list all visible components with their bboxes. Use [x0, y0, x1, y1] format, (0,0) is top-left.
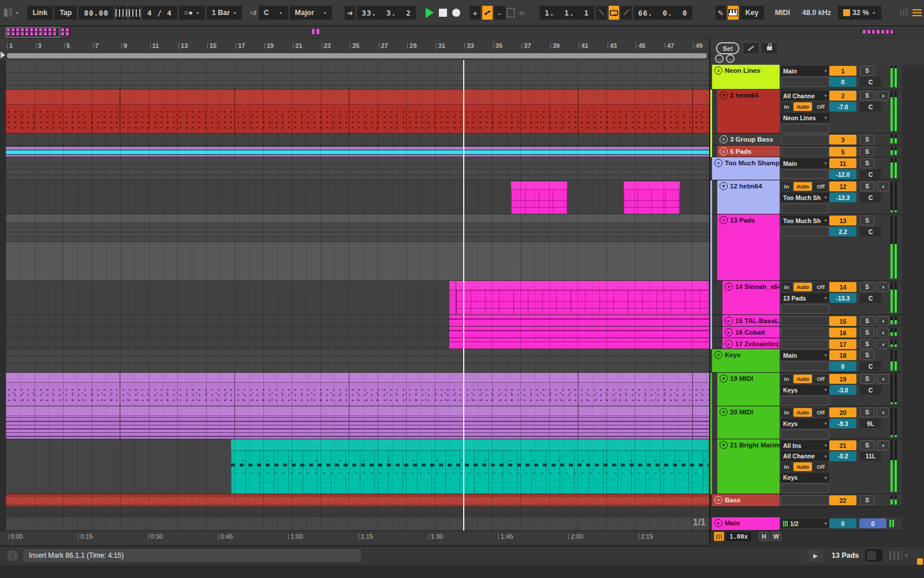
clip[interactable]	[235, 90, 349, 133]
quantize-menu[interactable]: 1 Bar▼	[207, 6, 242, 20]
pan-field[interactable]: C	[860, 385, 881, 395]
volume-field[interactable]: -13.3	[829, 192, 856, 202]
loop-length-display[interactable]: 66. 0. 0	[634, 6, 692, 20]
solo-button[interactable]: S	[860, 216, 874, 225]
tap-tempo-button[interactable]: Tap	[54, 6, 77, 20]
volume-field[interactable]: -3.0	[829, 385, 856, 395]
track-name[interactable]: ▾19 MIDI	[717, 373, 780, 406]
pan-field[interactable]: 11L	[860, 451, 881, 461]
cpu-meter[interactable]: 32 %▼	[838, 6, 881, 20]
track-number[interactable]: 17	[829, 339, 856, 349]
clip-stop-slot[interactable]	[781, 429, 829, 439]
track-number[interactable]: 12	[829, 181, 856, 191]
monitor-switch[interactable]: InAutoOff	[781, 282, 832, 292]
io-routing-menu[interactable]: Too Much Sh▼	[781, 216, 829, 225]
io-routing-menu[interactable]: Keys▼	[781, 473, 829, 483]
metronome-button[interactable]: ○●▼	[179, 6, 205, 20]
clip[interactable]	[6, 90, 120, 133]
monitor-in-button[interactable]: In	[781, 462, 792, 471]
track-name[interactable]: ▾12 helm64	[717, 180, 780, 214]
workspace-icon[interactable]: ▼	[4, 6, 19, 20]
clip[interactable]	[120, 406, 234, 439]
track-number[interactable]: 16	[829, 328, 856, 338]
clip[interactable]	[120, 90, 234, 133]
monitor-in-button[interactable]: In	[781, 283, 792, 291]
preview-headphones-button[interactable]: ◑	[877, 282, 889, 292]
track-name[interactable]: ▾21 Bright Marim	[717, 439, 780, 494]
monitor-switch[interactable]: InAutoOff	[781, 181, 832, 191]
clip[interactable]	[231, 439, 709, 494]
clip-stop-slot[interactable]	[781, 227, 829, 236]
monitor-off-button[interactable]: Off	[813, 408, 828, 417]
nudge-up-icon[interactable]	[129, 6, 140, 20]
clip[interactable]	[449, 281, 456, 314]
solo-button[interactable]: S	[860, 407, 874, 417]
track-number[interactable]: 20	[829, 407, 856, 417]
clip[interactable]	[6, 406, 120, 439]
midi-overdub-button[interactable]: +	[470, 6, 480, 20]
track-name[interactable]: ▾20 MIDI	[717, 406, 780, 439]
clip[interactable]	[449, 338, 709, 349]
track-name[interactable]: ≡Too Much Shamp	[712, 157, 780, 180]
draw-mode-button[interactable]: ○	[516, 6, 527, 20]
preview-headphones-button[interactable]: ◑	[877, 91, 889, 101]
monitor-switch[interactable]: InAutoOff	[781, 102, 832, 112]
clip[interactable]	[464, 406, 579, 439]
punch-out-icon[interactable]: ⟋	[621, 6, 632, 20]
io-routing-menu[interactable]: Main▼	[781, 350, 829, 360]
time-signature-field[interactable]: 4 / 4	[142, 6, 177, 20]
track-number[interactable]: 2	[829, 91, 856, 101]
tempo-field[interactable]: 80.00	[79, 6, 114, 20]
scroll-zoom-bar[interactable]	[7, 53, 707, 58]
follow-button[interactable]: ➔	[345, 6, 356, 20]
track-name[interactable]: ≡13 Pads	[717, 214, 780, 280]
clip-stop-slot[interactable]	[781, 495, 829, 505]
volume-field[interactable]: -7.0	[829, 102, 856, 112]
minutes-time-ruler[interactable]: 0:000:150:300:451:001:151:301:452:002:15	[0, 531, 709, 545]
lock-icon[interactable]	[761, 42, 778, 54]
draw-automation-icon[interactable]	[743, 42, 759, 54]
volume-field[interactable]: 2.2	[829, 227, 856, 236]
next-locator-button[interactable]: →	[726, 54, 735, 63]
notification-corner-icon[interactable]	[917, 558, 923, 565]
monitor-in-button[interactable]: In	[781, 408, 792, 417]
clip-stop-slot[interactable]	[781, 169, 829, 179]
monitor-in-button[interactable]: In	[781, 375, 792, 383]
monitor-off-button[interactable]: Off	[813, 102, 828, 111]
track-name[interactable]: ▾14 Sinnah_x64	[722, 281, 780, 314]
solo-button[interactable]: S	[860, 316, 874, 326]
zoom-width-button[interactable]: W	[771, 532, 781, 541]
clip-stop-slot[interactable]	[781, 328, 829, 338]
clip-stop-slot[interactable]	[781, 361, 829, 371]
volume-field[interactable]: -13.3	[829, 293, 856, 303]
pan-field[interactable]: C	[860, 227, 881, 236]
clip[interactable]	[349, 373, 464, 406]
track-number[interactable]: 19	[829, 374, 856, 384]
solo-button[interactable]: S	[860, 135, 874, 144]
playback-speed-field[interactable]: 1.00x	[726, 532, 751, 541]
monitor-off-button[interactable]: Off	[813, 375, 828, 383]
monitor-auto-button[interactable]: Auto	[793, 283, 812, 291]
scale-menu[interactable]: Major▼	[290, 6, 333, 20]
clip[interactable]	[693, 373, 709, 406]
io-routing-menu[interactable]: Keys▼	[781, 385, 829, 395]
clip[interactable]	[579, 406, 693, 439]
stop-button[interactable]	[437, 6, 449, 20]
clip[interactable]	[235, 406, 349, 439]
monitor-auto-button[interactable]: Auto	[793, 375, 812, 383]
monitor-auto-button[interactable]: Auto	[793, 182, 812, 191]
re-enable-automation-button[interactable]: ←	[494, 6, 505, 20]
solo-button[interactable]: S	[860, 339, 874, 349]
track-name[interactable]: ≡Neon Lines	[712, 65, 780, 89]
preview-headphones-button[interactable]: ◑	[877, 339, 889, 349]
solo-button[interactable]: S	[860, 328, 874, 338]
clip[interactable]	[511, 181, 568, 214]
play-track-icon[interactable]: ▸	[725, 328, 733, 336]
pan-field[interactable]: C	[860, 77, 881, 87]
down-track-icon[interactable]: ▾	[720, 408, 728, 416]
group-track-icon[interactable]: ≡	[714, 159, 722, 167]
clip-activate-toggle[interactable]	[865, 549, 882, 562]
midi-map-button[interactable]: MIDI	[770, 6, 795, 20]
clip[interactable]	[579, 373, 693, 406]
arrangement-area[interactable]: 1/1	[6, 60, 709, 531]
